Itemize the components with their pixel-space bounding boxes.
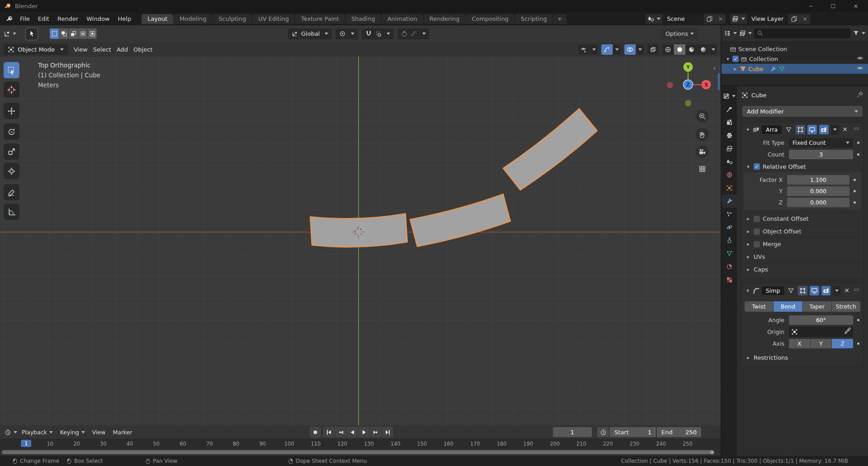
animate-dot[interactable] [857,319,859,321]
timeline-editor-button[interactable] [4,429,17,436]
factor-field[interactable]: 0.000 [787,186,849,196]
view-layer-name-field[interactable]: View Layer [747,14,788,24]
deform-mode-taper[interactable]: Taper [803,301,831,312]
drag-handle[interactable] [853,286,860,295]
section-object-offset[interactable]: ▸Object Offset [742,225,863,238]
close-button[interactable]: ✕ [854,3,858,10]
tool-annotate-button[interactable] [4,184,19,200]
outliner-row-collection[interactable]: ▾ ✓ Collection [722,54,868,64]
animate-dot[interactable] [857,142,859,144]
visibility-expand[interactable] [590,44,598,55]
viewport-menu-object[interactable]: Object [131,46,155,53]
timeline-ruler[interactable]: 1102030405060708090100110120130140150160… [0,439,721,449]
add-workspace-button[interactable]: + [553,14,566,24]
outliner-row-scene-collection[interactable]: Scene Collection [722,44,868,54]
tab-compositing[interactable]: Compositing [466,14,514,24]
blender-menu-icon[interactable] [4,15,16,22]
filter-button[interactable] [853,30,865,37]
delete-modifier-button[interactable]: ✕ [843,287,851,294]
add-modifier-button[interactable]: Add Modifier [742,106,863,117]
tool-select-box-button[interactable] [4,62,19,78]
properties-tab-particles[interactable] [722,208,737,221]
pin-icon[interactable] [857,91,863,99]
select-intersect-button[interactable] [88,29,97,39]
collapse-arrow[interactable]: ▾ [745,288,750,294]
section-checkbox[interactable] [754,228,760,235]
properties-tab-world[interactable] [722,168,737,181]
axis-y-button[interactable]: Y [811,339,832,348]
edit-mode-toggle[interactable] [796,125,805,134]
select-subtract-button[interactable] [69,29,78,39]
animate-dot[interactable] [857,153,859,156]
editor-type-button[interactable] [4,30,16,37]
tool-scale-button[interactable] [4,143,19,160]
jump-to-end-button[interactable] [382,427,393,437]
section-checkbox[interactable] [754,241,760,247]
expand-arrow[interactable]: ▸ [745,228,751,234]
display-mode-button[interactable] [739,30,752,37]
animate-dot[interactable] [854,190,856,192]
camera-view-button[interactable] [696,145,709,158]
expand-arrow[interactable]: ▾ [725,56,731,62]
zoom-button[interactable] [696,109,709,123]
current-frame-field[interactable]: 1 [553,427,592,437]
scene-copy-button[interactable] [704,14,715,24]
scene-unlink-button[interactable]: × [715,14,726,24]
properties-tab-tool[interactable] [722,103,737,116]
use-preview-range-button[interactable] [597,427,609,437]
record-button[interactable] [310,427,321,437]
shading-rendered-button[interactable] [698,44,709,55]
outliner-row-cube[interactable]: ▸ Cube [722,64,868,74]
relative-offset-checkbox[interactable]: ✓ [754,163,760,170]
select-new-button[interactable] [50,29,59,39]
expand-arrow[interactable]: ▸ [745,216,751,222]
tab-uv-editing[interactable]: UV Editing [252,14,295,24]
object-visibility-button[interactable] [578,44,590,55]
select-invert-button[interactable] [78,29,87,39]
factor-field[interactable]: 1.100 [787,175,849,185]
section-checkbox[interactable] [754,216,760,222]
pan-button[interactable] [696,128,709,141]
deform-mode-stretch[interactable]: Stretch [832,301,860,312]
expand-arrow[interactable]: ▸ [732,66,738,72]
modifier-extras-button[interactable] [833,286,840,295]
menu-window[interactable]: Window [82,12,113,25]
properties-tab-object-data[interactable] [722,247,737,260]
mode-dropdown[interactable]: Object Mode [4,44,68,55]
edit-mode-toggle[interactable] [798,286,807,295]
outliner-search-input[interactable] [754,29,850,38]
play-button[interactable] [359,427,370,437]
properties-tab-constraints[interactable] [722,234,737,247]
realtime-toggle[interactable] [807,125,817,134]
previous-keyframe-button[interactable] [335,427,346,437]
fit-type-dropdown[interactable]: Fixed Count [789,138,853,147]
count-field[interactable]: 3 [789,150,853,159]
properties-tab-physics[interactable] [722,221,737,234]
section-caps[interactable]: ▸Caps [742,263,863,276]
menu-edit[interactable]: Edit [34,12,53,25]
shading-dropdown[interactable] [709,44,717,55]
relative-offset-header[interactable]: ▾ ✓ Relative Offset [742,161,863,172]
axis-x-button[interactable]: X [789,339,810,348]
timeline-menu-view[interactable]: View [89,429,109,436]
sidebar-toggle[interactable]: ‹ [713,65,716,71]
scene-browse-button[interactable] [646,14,662,24]
drag-handle[interactable] [853,125,860,133]
expand-arrow[interactable]: ▸ [745,254,751,260]
orientation-dropdown[interactable]: Global [288,29,332,39]
tool-cursor-button[interactable] [4,81,19,98]
properties-tab-material[interactable] [722,260,737,273]
timeline-menu-marker[interactable]: Marker [109,429,136,436]
animate-dot[interactable] [854,201,856,204]
show-overlays-button[interactable] [624,44,636,55]
viewport-menu-add[interactable]: Add [114,46,131,53]
view-layer-copy-button[interactable] [788,14,800,24]
tab-modeling[interactable]: Modeling [174,14,212,24]
modifier-extras-button[interactable] [831,125,839,134]
eyedropper-button[interactable] [844,328,851,336]
tab-sculpting[interactable]: Sculpting [212,14,252,24]
end-frame-field[interactable]: End250 [657,427,701,437]
angle-field[interactable]: 60° [789,315,853,325]
timeline-menu-keying[interactable]: Keying [57,429,89,436]
section-merge[interactable]: ▸Merge [742,238,863,250]
